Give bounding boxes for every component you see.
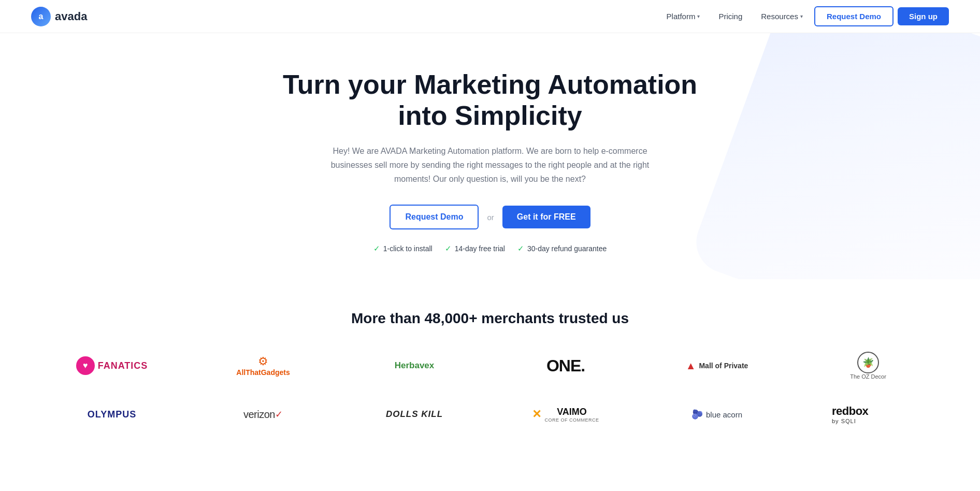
badge-install: ✓ 1-click to install [373, 244, 433, 253]
logo-text: avada [55, 10, 87, 23]
mop-label: Mall of Private [699, 362, 748, 370]
hero-content: Turn your Marketing Automation into Simp… [10, 69, 970, 253]
vaimo-main-label: VAIMO [544, 407, 599, 417]
hero-get-free-button[interactable]: Get it for FREE [502, 206, 590, 228]
logo-icon: a [31, 7, 51, 26]
olympus-label: OLYMPUS [88, 409, 136, 420]
navbar: a avada Platform ▾ Pricing Resources ▾ R… [0, 0, 980, 33]
badge-trial: ✓ 14-day free trial [445, 244, 505, 253]
blueacorn-label: blue acorn [706, 410, 742, 419]
nav-pricing[interactable]: Pricing [711, 8, 750, 25]
nav-platform[interactable]: Platform ▾ [659, 8, 708, 25]
logo-link[interactable]: a avada [31, 7, 87, 26]
logo-dollskill: Dolls Kill [378, 409, 451, 420]
logo-verizon: verizon ✓ [227, 409, 299, 421]
one-label: ONE. [546, 356, 585, 376]
logo-blueacorn: 🫐 blue acorn [681, 409, 753, 420]
logo-fanatics: ♥ FANATICS [76, 356, 148, 375]
hero-or-text: or [487, 213, 494, 222]
atg-icon: ⚙ [258, 355, 268, 368]
hero-section: Turn your Marketing Automation into Simp… [0, 33, 980, 279]
nav-resources[interactable]: Resources ▾ [754, 8, 810, 25]
dollskill-label: Dolls Kill [386, 409, 443, 420]
blueacorn-icon: 🫐 [691, 409, 703, 420]
hero-actions: Request Demo or Get it for FREE [10, 205, 970, 229]
chevron-down-icon: ▾ [697, 13, 700, 19]
herbavex-label: Herbavex [395, 360, 435, 371]
logo-ozdecor: 🪴 The OZ Decor [832, 352, 904, 380]
logo-vaimo: ✕ VAIMO CORE OF COMMERCE [529, 407, 602, 423]
trusted-section: More than 48,000+ merchants trusted us ♥… [0, 279, 980, 470]
logo-redbox: redbox by SQLI [832, 405, 904, 424]
logo-olympus: OLYMPUS [76, 409, 148, 420]
logos-row-1: ♥ FANATICS ⚙ AllThatGadgets Herbavex ONE… [41, 352, 939, 380]
chevron-down-icon: ▾ [800, 13, 803, 19]
request-demo-button[interactable]: Request Demo [814, 6, 893, 26]
vaimo-text: VAIMO CORE OF COMMERCE [544, 407, 599, 423]
oz-circle-icon: 🪴 [857, 352, 879, 373]
badge-refund: ✓ 30-day refund guarantee [517, 244, 607, 253]
check-icon: ✓ [373, 244, 380, 253]
vaimo-x-icon: ✕ [532, 408, 541, 421]
hero-request-demo-button[interactable]: Request Demo [390, 205, 479, 229]
oz-label: The OZ Decor [850, 373, 886, 380]
nav-links: Platform ▾ Pricing Resources ▾ Request D… [659, 6, 949, 26]
mop-icon: ▲ [686, 360, 696, 372]
fanatics-label: FANATICS [98, 360, 148, 371]
logos-row-2: OLYMPUS verizon ✓ Dolls Kill ✕ VAIMO COR… [41, 405, 939, 424]
hero-title: Turn your Marketing Automation into Simp… [257, 69, 723, 132]
trusted-title: More than 48,000+ merchants trusted us [41, 310, 939, 327]
hero-subtitle: Hey! We are AVADA Marketing Automation p… [314, 144, 666, 186]
logo-one: ONE. [529, 356, 602, 376]
verizon-check-icon: ✓ [275, 409, 283, 420]
fanatics-heart-icon: ♥ [76, 356, 95, 375]
signup-button[interactable]: Sign up [898, 7, 949, 25]
logo-allthatgadgets: ⚙ AllThatGadgets [227, 355, 299, 377]
check-icon: ✓ [445, 244, 452, 253]
redbox-sub-label: by SQLI [832, 418, 856, 424]
hero-badges: ✓ 1-click to install ✓ 14-day free trial… [10, 244, 970, 253]
redbox-main-label: redbox [832, 405, 868, 418]
logo-mallofprivate: ▲ Mall of Private [681, 360, 753, 372]
logo-herbavex: Herbavex [378, 360, 451, 371]
check-icon: ✓ [517, 244, 524, 253]
vaimo-sub-label: CORE OF COMMERCE [544, 417, 599, 423]
verizon-label: verizon [243, 409, 275, 421]
atg-label: AllThatGadgets [236, 368, 290, 377]
